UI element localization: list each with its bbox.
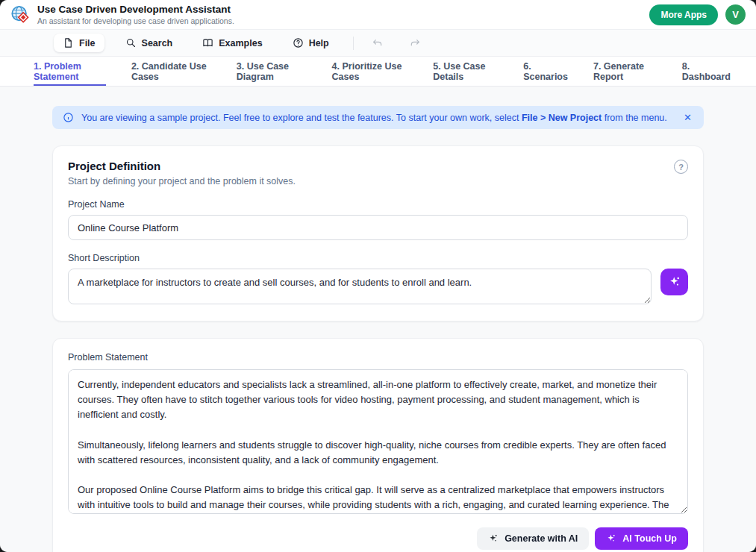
- more-apps-button[interactable]: More Apps: [649, 4, 718, 25]
- info-icon: [63, 112, 74, 123]
- ai-generate-description-button[interactable]: [660, 269, 688, 295]
- ai-touch-up-button[interactable]: AI Touch Up: [595, 527, 688, 550]
- generate-with-ai-label: Generate with AI: [504, 533, 578, 544]
- generate-with-ai-button[interactable]: Generate with AI: [477, 527, 589, 550]
- help-icon: [293, 37, 304, 48]
- card-help-icon[interactable]: ?: [674, 160, 688, 174]
- card-subtitle: Start by defining your project and the p…: [68, 176, 296, 186]
- toolbar-divider: [353, 37, 354, 50]
- problem-statement-textarea[interactable]: Currently, independent educators and spe…: [68, 369, 688, 514]
- sample-project-banner: You are viewing a sample project. Feel f…: [52, 106, 704, 129]
- user-avatar[interactable]: V: [725, 4, 746, 25]
- banner-close-icon[interactable]: ✕: [682, 112, 693, 123]
- toolbar: File Search Examples Help: [0, 30, 756, 57]
- banner-text: You are viewing a sample project. Feel f…: [81, 113, 667, 123]
- file-icon: [63, 37, 74, 48]
- project-name-input[interactable]: [68, 215, 688, 240]
- header-titles: Use Case Driven Development Assistant An…: [37, 4, 234, 26]
- app-window: Use Case Driven Development Assistant An…: [0, 0, 756, 552]
- sparkles-icon: [488, 533, 499, 544]
- toolbar-item-label: Examples: [219, 38, 262, 48]
- tab-scenarios[interactable]: 6. Scenarios: [523, 57, 568, 86]
- project-definition-card: Project Definition Start by defining you…: [52, 145, 704, 322]
- tab-use-case-details[interactable]: 5. Use Case Details: [433, 57, 498, 86]
- tab-use-case-diagram[interactable]: 3. Use Case Diagram: [237, 57, 307, 86]
- redo-button[interactable]: [402, 34, 428, 52]
- toolbar-item-examples[interactable]: Examples: [193, 34, 271, 52]
- tab-candidate-use-cases[interactable]: 2. Candidate Use Cases: [131, 57, 211, 86]
- project-name-label: Project Name: [68, 199, 688, 210]
- toolbar-item-label: Help: [309, 38, 329, 48]
- short-description-label: Short Description: [68, 253, 688, 263]
- main-content: You are viewing a sample project. Feel f…: [0, 87, 756, 552]
- ai-touch-up-label: AI Touch Up: [622, 533, 677, 544]
- book-icon: [202, 37, 213, 48]
- tab-prioritize-use-cases[interactable]: 4. Prioritize Use Cases: [332, 57, 408, 86]
- card-title: Project Definition: [68, 160, 296, 172]
- short-description-textarea[interactable]: A marketplace for instructors to create …: [68, 269, 652, 304]
- app-subtitle: An assistant for developing use case dri…: [37, 16, 234, 25]
- app-title: Use Case Driven Development Assistant: [37, 4, 234, 16]
- toolbar-item-search[interactable]: Search: [116, 34, 182, 52]
- redo-icon: [409, 37, 421, 49]
- undo-button[interactable]: [364, 34, 391, 52]
- problem-statement-card: Problem Statement Currently, independent…: [52, 338, 704, 552]
- app-header: Use Case Driven Development Assistant An…: [0, 0, 756, 30]
- app-logo-icon: [10, 5, 30, 25]
- undo-icon: [372, 37, 384, 49]
- banner-text-bold: File > New Project: [522, 113, 602, 123]
- step-tabbar: 1. Problem Statement 2. Candidate Use Ca…: [0, 57, 756, 87]
- toolbar-item-label: Search: [142, 38, 173, 48]
- tab-generate-report[interactable]: 7. Generate Report: [593, 57, 657, 86]
- toolbar-item-file[interactable]: File: [54, 34, 104, 52]
- problem-statement-label: Problem Statement: [68, 352, 688, 363]
- search-icon: [125, 37, 137, 48]
- sparkles-icon: [668, 275, 681, 289]
- toolbar-item-label: File: [79, 38, 96, 48]
- tab-dashboard[interactable]: 8. Dashboard: [682, 57, 731, 86]
- tab-problem-statement[interactable]: 1. Problem Statement: [34, 57, 106, 86]
- toolbar-item-help[interactable]: Help: [284, 34, 338, 52]
- sparkles-icon: [606, 533, 616, 544]
